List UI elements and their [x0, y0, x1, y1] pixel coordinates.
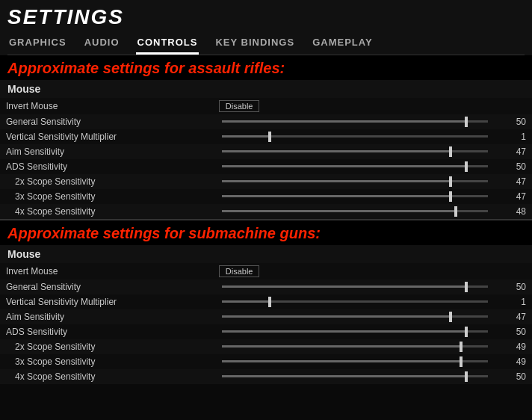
- header: SETTINGS GRAPHICS AUDIO CONTROLS KEY BIN…: [0, 0, 532, 55]
- table-row: Vertical Sensitivity Multiplier1: [0, 129, 532, 144]
- slider-cell[interactable]: [213, 280, 497, 294]
- ar-settings-table: Invert MouseDisableGeneral Sensitivity50…: [0, 98, 532, 219]
- setting-value: 49: [497, 339, 532, 354]
- smg-mouse-section-title: Mouse: [0, 245, 532, 263]
- slider-track[interactable]: [222, 285, 488, 288]
- slider-track[interactable]: [222, 375, 488, 377]
- setting-value: 47: [497, 174, 532, 189]
- slider-cell[interactable]: [213, 204, 497, 219]
- slider-cell[interactable]: [213, 309, 497, 324]
- main-content: Approximate settings for assault rifles:…: [0, 55, 532, 384]
- app-title: SETTINGS: [7, 6, 525, 29]
- slider-cell[interactable]: [213, 189, 497, 204]
- slider-track[interactable]: [222, 210, 488, 212]
- table-row: 4x Scope Sensitivity50: [0, 369, 532, 384]
- slider-track[interactable]: [222, 195, 488, 197]
- slider-track[interactable]: [222, 300, 488, 303]
- table-row: General Sensitivity50: [0, 114, 532, 129]
- slider-cell[interactable]: [213, 339, 497, 354]
- setting-label: Vertical Sensitivity Multiplier: [0, 129, 213, 144]
- setting-value: 49: [497, 354, 532, 369]
- tab-keybindings[interactable]: KEY BINDINGS: [214, 34, 296, 55]
- nav-tabs: GRAPHICS AUDIO CONTROLS KEY BINDINGS GAM…: [7, 29, 525, 55]
- setting-label: Invert Mouse: [0, 98, 213, 114]
- setting-value: 50: [497, 324, 532, 339]
- smg-section: Approximate settings for submachine guns…: [0, 220, 532, 384]
- setting-value: 47: [497, 189, 532, 204]
- ar-section: Approximate settings for assault rifles:…: [0, 55, 532, 219]
- table-row: Invert MouseDisable: [0, 98, 532, 114]
- table-row: ADS Sensitivity50: [0, 324, 532, 339]
- tab-graphics[interactable]: GRAPHICS: [7, 34, 68, 55]
- slider-track[interactable]: [222, 360, 488, 362]
- slider-track[interactable]: [222, 165, 488, 167]
- setting-label: General Sensitivity: [0, 280, 213, 294]
- tab-audio[interactable]: AUDIO: [83, 34, 121, 55]
- setting-label: General Sensitivity: [0, 114, 213, 129]
- slider-cell[interactable]: [213, 144, 497, 159]
- setting-label: ADS Sensitivity: [0, 159, 213, 174]
- table-row: ADS Sensitivity50: [0, 159, 532, 174]
- ar-mouse-section-title: Mouse: [0, 80, 532, 98]
- setting-label: 2x Scope Sensitivity: [0, 174, 213, 189]
- table-row: 4x Scope Sensitivity48: [0, 204, 532, 219]
- setting-label: Invert Mouse: [0, 263, 213, 280]
- setting-label: 2x Scope Sensitivity: [0, 339, 213, 354]
- setting-value: 1: [497, 294, 532, 309]
- setting-value: 47: [497, 309, 532, 324]
- setting-label: 3x Scope Sensitivity: [0, 354, 213, 369]
- slider-track[interactable]: [222, 315, 488, 318]
- table-row: Invert MouseDisable: [0, 263, 532, 280]
- setting-label: ADS Sensitivity: [0, 324, 213, 339]
- toggle-button[interactable]: Disable: [219, 265, 260, 277]
- table-row: Aim Sensitivity47: [0, 144, 532, 159]
- setting-value: [497, 98, 532, 114]
- toggle-button[interactable]: Disable: [219, 100, 260, 112]
- slider-track[interactable]: [222, 180, 488, 182]
- slider-track[interactable]: [222, 150, 488, 152]
- setting-value: 50: [497, 114, 532, 129]
- slider-cell[interactable]: [213, 174, 497, 189]
- table-row: 2x Scope Sensitivity47: [0, 174, 532, 189]
- table-row: Vertical Sensitivity Multiplier1: [0, 294, 532, 309]
- setting-value: 47: [497, 144, 532, 159]
- tab-gameplay[interactable]: GAMEPLAY: [311, 34, 374, 55]
- slider-track[interactable]: [222, 330, 488, 333]
- setting-value: 1: [497, 129, 532, 144]
- table-row: 3x Scope Sensitivity47: [0, 189, 532, 204]
- setting-label: 4x Scope Sensitivity: [0, 369, 213, 384]
- slider-cell[interactable]: Disable: [213, 263, 497, 280]
- setting-label: 4x Scope Sensitivity: [0, 204, 213, 219]
- slider-track[interactable]: [222, 135, 488, 138]
- table-row: 3x Scope Sensitivity49: [0, 354, 532, 369]
- slider-cell[interactable]: [213, 114, 497, 129]
- setting-label: Aim Sensitivity: [0, 144, 213, 159]
- table-row: 2x Scope Sensitivity49: [0, 339, 532, 354]
- slider-track[interactable]: [222, 120, 488, 123]
- table-row: Aim Sensitivity47: [0, 309, 532, 324]
- setting-value: 50: [497, 159, 532, 174]
- slider-cell[interactable]: [213, 369, 497, 384]
- slider-cell[interactable]: [213, 354, 497, 369]
- smg-settings-table: Invert MouseDisableGeneral Sensitivity50…: [0, 263, 532, 384]
- app-container: SETTINGS GRAPHICS AUDIO CONTROLS KEY BIN…: [0, 0, 532, 384]
- slider-track[interactable]: [222, 345, 488, 348]
- slider-cell[interactable]: Disable: [213, 98, 497, 114]
- setting-value: [497, 263, 532, 280]
- setting-value: 50: [497, 280, 532, 294]
- slider-cell[interactable]: [213, 324, 497, 339]
- slider-cell[interactable]: [213, 294, 497, 309]
- setting-label: 3x Scope Sensitivity: [0, 189, 213, 204]
- tab-controls[interactable]: CONTROLS: [136, 34, 200, 55]
- slider-cell[interactable]: [213, 129, 497, 144]
- setting-label: Aim Sensitivity: [0, 309, 213, 324]
- setting-label: Vertical Sensitivity Multiplier: [0, 294, 213, 309]
- setting-value: 50: [497, 369, 532, 384]
- slider-cell[interactable]: [213, 159, 497, 174]
- table-row: General Sensitivity50: [0, 280, 532, 294]
- setting-value: 48: [497, 204, 532, 219]
- smg-annotation: Approximate settings for submachine guns…: [0, 220, 532, 245]
- ar-annotation: Approximate settings for assault rifles:: [0, 55, 532, 80]
